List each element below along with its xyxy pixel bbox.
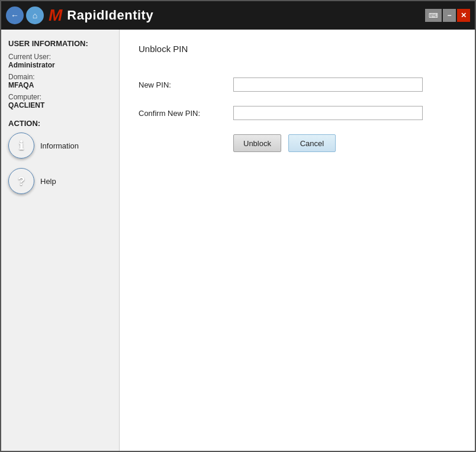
window-controls: ⌨ − ✕	[425, 9, 470, 22]
confirm-pin-row: Confirm New PIN:	[139, 106, 423, 120]
unblock-pin-form: New PIN: Confirm New PIN: Unblock Cancel	[139, 78, 423, 152]
unblock-button[interactable]: Unblock	[233, 134, 281, 152]
app-title: RapidIdentity	[67, 8, 153, 23]
help-icon: ?	[8, 168, 34, 194]
close-button[interactable]: ✕	[457, 9, 470, 22]
action-item-information[interactable]: ℹ Information	[8, 133, 112, 159]
help-icon-symbol: ?	[18, 175, 25, 188]
confirm-pin-input[interactable]	[233, 106, 423, 120]
current-user-label: Current User:	[8, 53, 112, 61]
titlebar: ← ⌂ M RapidIdentity ⌨ − ✕	[1, 1, 475, 30]
action-item-help[interactable]: ? Help	[8, 168, 112, 194]
content-area: Unblock PIN New PIN: Confirm New PIN: Un…	[120, 30, 475, 451]
home-button[interactable]: ⌂	[26, 7, 44, 24]
button-row: Unblock Cancel	[139, 134, 423, 152]
new-pin-row: New PIN:	[139, 78, 423, 92]
information-label: Information	[40, 141, 79, 150]
app-window: ← ⌂ M RapidIdentity ⌨ − ✕ USER INFORMATI…	[0, 0, 476, 452]
computer-label: Computer:	[8, 93, 112, 101]
logo-icon: M	[49, 7, 62, 24]
information-icon-symbol: ℹ	[19, 138, 24, 153]
nav-buttons: ← ⌂	[6, 7, 44, 24]
help-label: Help	[40, 177, 56, 186]
current-user-value: Administrator	[8, 61, 112, 69]
new-pin-input[interactable]	[233, 78, 423, 92]
information-icon: ℹ	[8, 133, 34, 159]
confirm-pin-label: Confirm New PIN:	[139, 109, 233, 118]
user-info-title: USER INFORMATION:	[8, 39, 112, 48]
computer-value: QACLIENT	[8, 101, 112, 109]
keyboard-icon[interactable]: ⌨	[425, 9, 442, 22]
cancel-button[interactable]: Cancel	[288, 134, 336, 152]
domain-value: MFAQA	[8, 81, 112, 89]
action-title: ACTION:	[8, 119, 112, 128]
new-pin-label: New PIN:	[139, 80, 233, 89]
minimize-button[interactable]: −	[443, 9, 456, 22]
sidebar: USER INFORMATION: Current User: Administ…	[1, 30, 120, 451]
user-info-block: Current User: Administrator Domain: MFAQ…	[8, 53, 112, 109]
domain-label: Domain:	[8, 73, 112, 81]
page-title: Unblock PIN	[139, 44, 456, 54]
back-button[interactable]: ←	[6, 7, 24, 24]
main-area: USER INFORMATION: Current User: Administ…	[1, 30, 475, 451]
action-section: ACTION: ℹ Information ? Help	[8, 119, 112, 194]
